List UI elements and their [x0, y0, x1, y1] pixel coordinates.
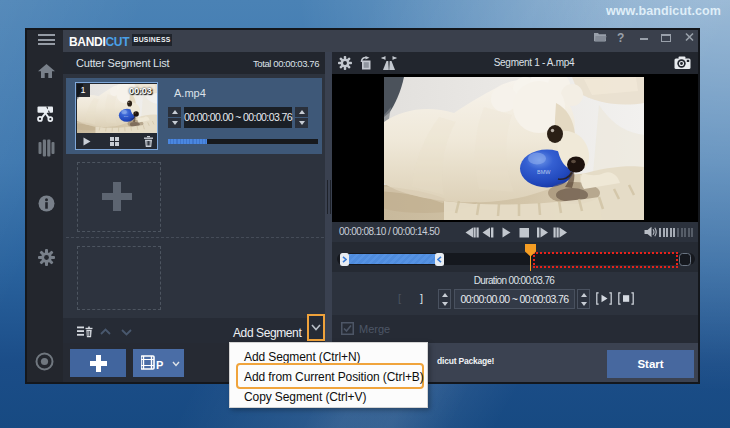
svg-text:P: P: [156, 359, 163, 371]
